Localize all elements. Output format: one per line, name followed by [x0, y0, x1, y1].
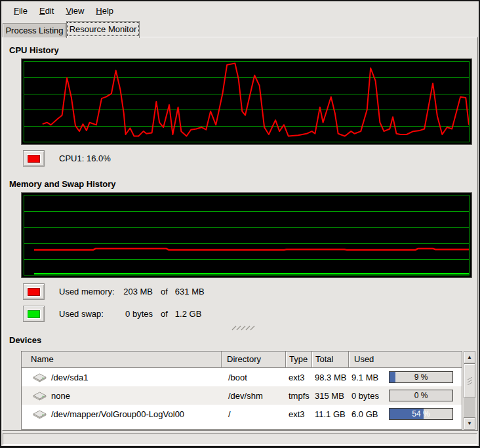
- menu-help[interactable]: Help: [90, 4, 119, 18]
- cpu-legend-label: CPU1: 16.0%: [59, 153, 111, 163]
- memory-legend-row: Used memory: 203 MB of 631 MB: [23, 283, 205, 300]
- menu-edit[interactable]: Edit: [33, 4, 60, 18]
- devices-title: Devices: [9, 335, 41, 345]
- swap-legend-row: Used swap: 0 bytes of 1.2 GB: [23, 306, 201, 322]
- device-name: /dev/mapper/VolGroup00-LogVol00: [51, 409, 184, 419]
- device-total: 315 MB: [312, 391, 349, 401]
- thumb-grip-icon: [467, 377, 473, 385]
- memory-line-chart: [24, 195, 469, 275]
- harddisk-icon: [32, 409, 47, 419]
- memory-legend-label: Used memory:: [59, 287, 121, 296]
- swap-legend-label: Used swap:: [59, 309, 121, 319]
- usage-percent-label: 9 %: [390, 372, 452, 382]
- cpu-history-title: CPU History: [9, 45, 59, 55]
- menu-view[interactable]: View: [60, 4, 90, 18]
- device-type: ext3: [286, 409, 312, 419]
- tab-label: Process Listing: [5, 26, 63, 35]
- device-used: 0 bytes: [351, 391, 388, 401]
- of-text: of: [161, 309, 168, 319]
- cpu-history-graph: [21, 58, 472, 145]
- memory-used-value: 203 MB: [121, 287, 153, 296]
- of-text: of: [161, 287, 168, 296]
- device-type: tmpfs: [286, 391, 312, 401]
- tab-resource-monitor[interactable]: Resource Monitor: [66, 21, 140, 38]
- memory-color-button[interactable]: [23, 283, 45, 300]
- memory-swap-graph: [21, 192, 472, 278]
- window-content: File Edit View Help Process Listing Reso…: [1, 1, 479, 446]
- arrow-up-icon: ▲: [467, 354, 472, 360]
- device-row[interactable]: /dev/sda1 /boot ext3 98.3 MB 9.1 MB 9 %: [22, 368, 462, 386]
- device-name: none: [51, 391, 70, 401]
- tab-label: Resource Monitor: [68, 23, 139, 35]
- device-used: 9.1 MB: [351, 373, 388, 382]
- device-type: ext3: [286, 373, 312, 382]
- swap-color-chip: [28, 310, 40, 318]
- usage-progress-bar: 0 %: [389, 390, 453, 401]
- memory-color-chip: [28, 288, 40, 296]
- status-bar: [3, 433, 477, 445]
- device-row[interactable]: none /dev/shm tmpfs 315 MB 0 bytes 0 %: [22, 386, 462, 405]
- device-total: 11.1 GB: [312, 409, 349, 419]
- column-header-total[interactable]: Total: [312, 352, 349, 368]
- cpu-color-chip: [28, 155, 40, 163]
- scroll-down-button[interactable]: ▼: [464, 417, 475, 430]
- tab-process-listing[interactable]: Process Listing: [3, 23, 66, 37]
- memory-total-value: 631 MB: [175, 287, 205, 296]
- arrow-down-icon: ▼: [467, 420, 472, 426]
- harddisk-icon: [32, 372, 47, 382]
- usage-progress-bar: 9 %: [389, 371, 453, 383]
- grip-icon: [231, 325, 256, 331]
- device-directory: /dev/shm: [222, 391, 286, 401]
- column-header-used[interactable]: Used: [349, 352, 462, 368]
- cpu-line-chart: [24, 62, 469, 142]
- device-directory: /boot: [222, 373, 286, 382]
- cpu-color-button[interactable]: [23, 150, 45, 167]
- usage-progress-bar: 54 %: [389, 408, 453, 420]
- system-monitor-window: File Edit View Help Process Listing Reso…: [0, 0, 480, 448]
- pane-resize-grip[interactable]: [231, 323, 256, 330]
- devices-table: NameDirectoryTypeTotalUsed /dev/sda1 /bo…: [21, 351, 462, 430]
- swap-used-value: 0 bytes: [121, 309, 153, 319]
- menu-file[interactable]: File: [8, 4, 33, 18]
- column-header-type[interactable]: Type: [286, 352, 312, 368]
- device-used: 6.0 GB: [351, 409, 388, 419]
- device-row[interactable]: /dev/mapper/VolGroup00-LogVol00 / ext3 1…: [22, 405, 462, 423]
- devices-table-header: NameDirectoryTypeTotalUsed: [22, 352, 462, 368]
- scroll-up-button[interactable]: ▲: [464, 351, 475, 363]
- column-header-directory[interactable]: Directory: [222, 352, 286, 368]
- device-directory: /: [222, 409, 286, 419]
- memory-history-title: Memory and Swap History: [9, 179, 116, 189]
- scrollbar-thumb[interactable]: [464, 363, 475, 398]
- menubar: File Edit View Help: [1, 1, 479, 20]
- tab-strip: Process Listing Resource Monitor: [1, 20, 479, 37]
- resource-monitor-page: CPU History CPU1: 16.0% Memory and Swap …: [2, 37, 478, 431]
- harddisk-icon: [32, 390, 47, 401]
- cpu-legend: CPU1: 16.0%: [23, 150, 111, 167]
- devices-table-body: /dev/sda1 /boot ext3 98.3 MB 9.1 MB 9 % …: [22, 368, 462, 423]
- swap-total-value: 1.2 GB: [175, 309, 201, 319]
- column-header-name[interactable]: Name: [22, 352, 222, 368]
- swap-color-button[interactable]: [23, 306, 45, 322]
- device-total: 98.3 MB: [312, 373, 349, 382]
- device-name: /dev/sda1: [51, 373, 88, 382]
- usage-percent-label: 54 %: [390, 409, 452, 419]
- vertical-scrollbar[interactable]: ▲ ▼: [464, 351, 475, 430]
- usage-percent-label: 0 %: [390, 390, 452, 401]
